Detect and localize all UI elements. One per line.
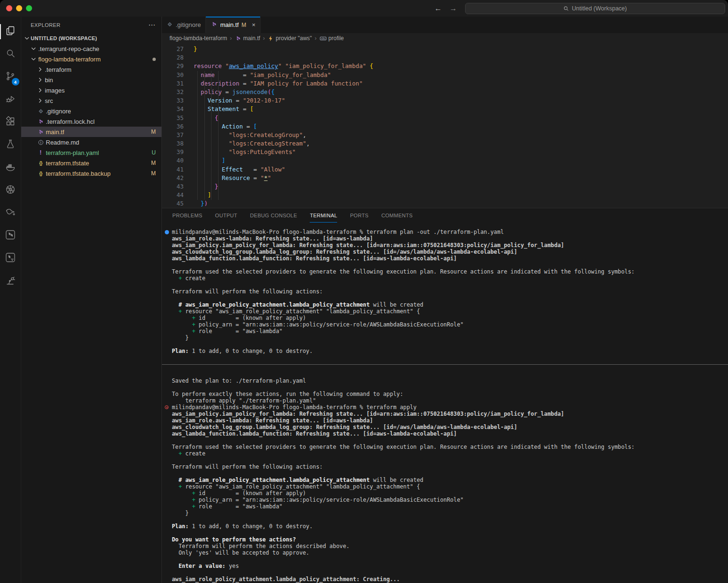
tree-item--gitignore[interactable]: .gitignore bbox=[21, 106, 161, 116]
activity-item-search[interactable] bbox=[0, 43, 21, 66]
tab-bar: .gitignoremain.tfM× bbox=[162, 17, 728, 33]
terminal-line bbox=[172, 457, 728, 463]
file-tree: .terragrunt-repo-cacheflogo-lambda-terra… bbox=[21, 43, 161, 583]
tab-main-tf[interactable]: main.tfM× bbox=[206, 17, 261, 33]
code-line-27: 27} bbox=[162, 45, 728, 53]
close-tab-icon[interactable]: × bbox=[252, 21, 256, 28]
tree-item-main-tf[interactable]: main.tfM bbox=[21, 127, 161, 137]
terminal-line bbox=[172, 437, 728, 444]
code-line-35: 35 { bbox=[162, 114, 728, 122]
terminal-line bbox=[172, 295, 728, 301]
command-center-search[interactable]: Untitled (Workspace) bbox=[465, 3, 725, 14]
panel-tab-problems[interactable]: PROBLEMS bbox=[172, 208, 203, 223]
code-line-44: 44 ] bbox=[162, 191, 728, 199]
panel-tab-ports[interactable]: PORTS bbox=[350, 208, 368, 223]
forward-arrow-icon[interactable]: → bbox=[449, 4, 457, 13]
activity-item-explorer[interactable] bbox=[0, 20, 21, 43]
tree-item--terragrunt-repo-cache[interactable]: .terragrunt-repo-cache bbox=[21, 43, 161, 54]
explorer-title: EXPLORER bbox=[31, 22, 60, 28]
breadcrumb-label: main.tf bbox=[243, 35, 260, 42]
terminal-line: Terraform will perform the actions descr… bbox=[172, 543, 728, 549]
line-number: 33 bbox=[162, 96, 184, 105]
terminal-line: + create bbox=[172, 450, 728, 457]
tree-item-src[interactable]: src bbox=[21, 95, 161, 106]
git-status-badge: M bbox=[151, 129, 156, 135]
more-actions-icon[interactable]: ⋯ bbox=[148, 21, 156, 29]
breadcrumb-item[interactable]: main.tf bbox=[235, 35, 260, 42]
line-number: 43 bbox=[162, 182, 184, 191]
terminal[interactable]: milindpandav@milinds-MacBook-Pro flogo-l… bbox=[162, 223, 728, 583]
indent-guides bbox=[197, 71, 223, 200]
activity-item-hummingbird[interactable] bbox=[0, 202, 21, 224]
line-number: 28 bbox=[162, 53, 184, 62]
terminal-line: Terraform will perform the following act… bbox=[172, 463, 728, 470]
terminal-line: Terraform used the selected providers to… bbox=[172, 268, 728, 275]
tree-item-images[interactable]: images bbox=[21, 85, 161, 95]
activity-item-robot-arm[interactable] bbox=[0, 270, 21, 292]
symbol-string-icon bbox=[320, 35, 327, 42]
search-icon bbox=[5, 48, 16, 61]
line-number: 44 bbox=[162, 191, 184, 199]
activity-item-terraform[interactable] bbox=[0, 224, 21, 247]
breadcrumb-item[interactable]: profile bbox=[320, 35, 344, 42]
activity-item-source-control[interactable]: 4 bbox=[0, 66, 21, 88]
terminal-line bbox=[172, 516, 728, 523]
testing-icon bbox=[5, 138, 16, 152]
terminal-line: aws_iam_policy.iam_policy_for_lambda: Re… bbox=[172, 411, 728, 417]
tree-item-bin[interactable]: bin bbox=[21, 75, 161, 85]
maximize-window-button[interactable] bbox=[26, 5, 32, 11]
back-arrow-icon[interactable]: ← bbox=[434, 4, 442, 13]
terminal-line: } bbox=[172, 334, 728, 341]
git-status-badge: M bbox=[151, 170, 156, 177]
panel-tab-terminal[interactable]: TERMINAL bbox=[310, 208, 337, 223]
terminal-line: milindpandav@milinds-MacBook-Pro flogo-l… bbox=[172, 229, 728, 235]
code-editor[interactable]: 27}2829resource "aws_iam_policy" "iam_po… bbox=[162, 43, 728, 208]
explorer-sidebar: EXPLORER ⋯ UNTITLED (WORKSPACE) .terragr… bbox=[21, 17, 162, 583]
code-line-31: 31 description = "IAM policy for Lambda … bbox=[162, 79, 728, 88]
panel-tab-comments[interactable]: COMMENTS bbox=[381, 208, 413, 223]
explorer-icon bbox=[5, 25, 16, 38]
panel-tab-debug-console[interactable]: DEBUG CONSOLE bbox=[250, 208, 297, 223]
line-number: 45 bbox=[162, 199, 184, 208]
breadcrumb-item[interactable]: flogo-lambda-terraform bbox=[169, 35, 227, 42]
terminal-line: aws_cloudwatch_log_group.lambda_log_grou… bbox=[172, 249, 728, 255]
line-number: 34 bbox=[162, 105, 184, 113]
activity-item-extensions[interactable] bbox=[0, 111, 21, 134]
tree-item-label: terraform-plan.yaml bbox=[46, 149, 99, 156]
terminal-line: + role = "aws-lambda" bbox=[172, 328, 728, 334]
tree-item-terraform-plan-yaml[interactable]: !terraform-plan.yamlU bbox=[21, 147, 161, 158]
panel-tab-output[interactable]: OUTPUT bbox=[215, 208, 237, 223]
chevron-down-icon bbox=[30, 45, 37, 52]
tree-item--terraform[interactable]: .terraform bbox=[21, 64, 161, 75]
tree-item-terraform-tfstate[interactable]: {}terraform.tfstateM bbox=[21, 158, 161, 168]
workspace-root-row[interactable]: UNTITLED (WORKSPACE) bbox=[21, 33, 161, 43]
code-line-39: 39 "logs:PutLogEvents" bbox=[162, 148, 728, 156]
tree-item--terraform-lock-hcl[interactable]: .terraform.lock.hcl bbox=[21, 116, 161, 127]
activity-item-run-debug[interactable] bbox=[0, 88, 21, 111]
line-number: 30 bbox=[162, 71, 184, 79]
terminal-line: aws_iam_role.aws-lambda: Refreshing stat… bbox=[172, 417, 728, 424]
json-file-icon: {} bbox=[36, 171, 45, 176]
activity-item-kubernetes[interactable] bbox=[0, 179, 21, 202]
minimize-window-button[interactable] bbox=[16, 5, 22, 11]
activity-item-testing[interactable] bbox=[0, 134, 21, 156]
breadcrumb-item[interactable]: provider "aws" bbox=[268, 35, 312, 42]
line-number: 40 bbox=[162, 156, 184, 165]
terminal-line bbox=[172, 569, 728, 576]
tree-item-flogo-lambda-terraform[interactable]: flogo-lambda-terraform bbox=[21, 54, 161, 64]
terraform-cloud-icon bbox=[5, 252, 16, 265]
breadcrumb-separator: › bbox=[315, 35, 317, 42]
terminal-line: + resource "aws_iam_role_policy_attachme… bbox=[172, 308, 728, 315]
tree-item-readme-md[interactable]: Readme.md bbox=[21, 137, 161, 147]
tree-item-label: terraform.tfstate.backup bbox=[46, 170, 110, 177]
activity-item-terraform-cloud[interactable] bbox=[0, 247, 21, 270]
close-window-button[interactable] bbox=[6, 5, 12, 11]
code-line-33: 33 Version = "2012-10-17" bbox=[162, 96, 728, 105]
tab--gitignore[interactable]: .gitignore bbox=[162, 17, 206, 33]
code-line-34: 34 Statement = [ bbox=[162, 105, 728, 113]
search-icon bbox=[563, 6, 569, 11]
tree-item-terraform-tfstate-backup[interactable]: {}terraform.tfstate.backupM bbox=[21, 168, 161, 179]
activity-item-docker[interactable] bbox=[0, 156, 21, 179]
terminal-line bbox=[172, 282, 728, 288]
workspace-root-label: UNTITLED (WORKSPACE) bbox=[31, 35, 97, 41]
